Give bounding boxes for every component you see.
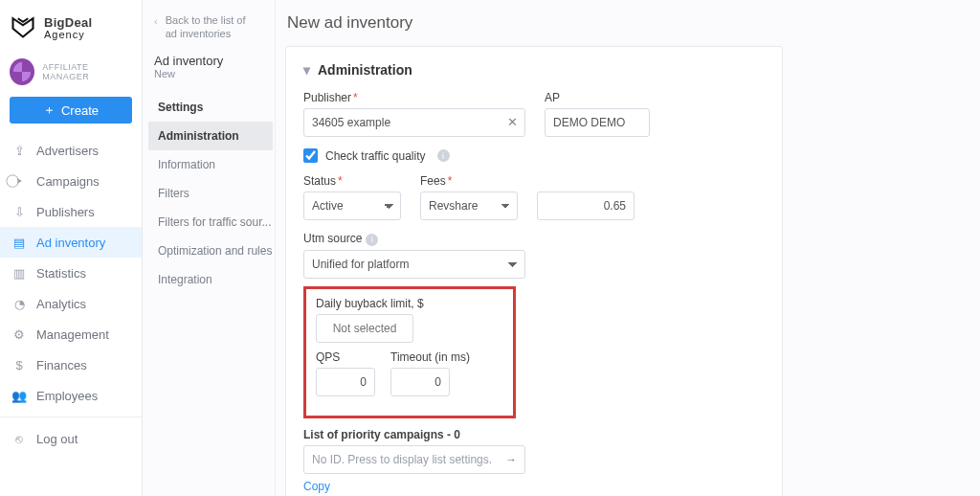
nav-label: Log out	[36, 432, 78, 446]
brand-subtitle: Agency	[44, 29, 93, 40]
divider	[0, 417, 142, 417]
publisher-input[interactable]	[303, 108, 525, 137]
employees-icon: 👥	[11, 389, 27, 403]
fees-select[interactable]: Revshare	[420, 192, 518, 220]
nav-publishers[interactable]: ⇩Publishers	[0, 196, 142, 227]
ap-label: AP	[545, 91, 650, 104]
fee-amount-label	[537, 174, 635, 188]
settings-sidebar: ‹ Back to the list ofad inventories Ad i…	[143, 0, 276, 496]
brand-logo: BigDeal Agency	[0, 0, 142, 51]
download-icon: ⇩	[11, 205, 27, 219]
role-label: AFFILIATE MANAGER	[42, 62, 132, 81]
nav-label: Ad inventory	[36, 236, 105, 250]
status-select[interactable]: Active	[303, 192, 401, 220]
nav-label: Finances	[36, 358, 87, 372]
create-label: Create	[61, 103, 99, 118]
logout-icon: ⎋	[11, 432, 27, 446]
settings-integration[interactable]: Integration	[148, 265, 273, 294]
check-traffic-checkbox[interactable]: Check traffic quality i	[303, 148, 765, 163]
status-label: Status*	[303, 174, 401, 188]
qps-label: QPS	[316, 350, 375, 364]
nav-label: Advertisers	[36, 144, 99, 158]
timeout-label: Timeout (in ms)	[390, 350, 470, 364]
settings-filters[interactable]: Filters	[148, 179, 273, 208]
settings-filters-traffic[interactable]: Filters for traffic sour...	[148, 208, 273, 237]
caret-down-icon: ▾	[303, 62, 310, 78]
breadcrumb-sub: New	[148, 68, 273, 93]
priority-label: List of priority campaigns - 0	[303, 428, 765, 441]
inventory-icon: ▤	[11, 236, 27, 250]
daily-limit-label: Daily buyback limit, $	[316, 297, 503, 310]
main-content: New ad inventory ▾ Administration Publis…	[276, 0, 980, 496]
settings-head: Settings	[148, 93, 273, 122]
plus-icon: ＋	[43, 101, 56, 119]
nav-finances[interactable]: $Finances	[0, 349, 142, 380]
role-avatar-icon	[10, 58, 34, 85]
nav-logout[interactable]: ⎋Log out	[0, 423, 142, 454]
nav-label: Analytics	[36, 297, 86, 311]
utm-label: Utm sourcei	[303, 232, 765, 246]
nav-label: Employees	[36, 389, 98, 403]
nav-employees[interactable]: 👥Employees	[0, 380, 142, 411]
breadcrumb-title: Ad inventory	[148, 54, 273, 68]
nav-advertisers[interactable]: ⇪Advertisers	[0, 135, 142, 166]
check-traffic-label: Check traffic quality	[325, 149, 426, 163]
nav-ad-inventory[interactable]: ▤Ad inventory	[0, 227, 142, 258]
info-icon[interactable]: i	[437, 149, 450, 162]
chevron-left-icon: ‹	[154, 14, 158, 40]
gear-icon: ⚙	[11, 327, 27, 342]
publisher-label: Publisher*	[303, 91, 525, 104]
logo-icon	[10, 13, 36, 43]
nav-label: Campaigns	[36, 174, 100, 189]
nav-statistics[interactable]: ▥Statistics	[0, 258, 142, 288]
utm-select[interactable]: Unified for platform	[303, 250, 525, 279]
qps-input[interactable]	[316, 368, 375, 396]
brand-name: BigDeal	[44, 16, 93, 29]
nav-label: Management	[36, 327, 109, 342]
daily-limit-input[interactable]	[316, 314, 413, 343]
check-traffic-input[interactable]	[303, 148, 318, 163]
fee-amount-input[interactable]	[537, 192, 635, 220]
nav-management[interactable]: ⚙Management	[0, 319, 142, 349]
nav-label: Publishers	[36, 205, 95, 219]
priority-copy-link[interactable]: Copy	[303, 480, 765, 493]
play-circle-icon: ⃝▸	[11, 173, 27, 189]
section-header[interactable]: ▾ Administration	[303, 62, 765, 78]
ap-input[interactable]	[545, 108, 650, 137]
analytics-icon: ◔	[11, 297, 27, 311]
fees-label: Fees*	[420, 174, 518, 188]
back-text: Back to the list ofad inventories	[166, 13, 246, 40]
highlight-box: Daily buyback limit, $ QPS Timeout (in m…	[303, 286, 516, 418]
info-icon[interactable]: i	[366, 234, 378, 246]
section-title: Administration	[318, 62, 412, 78]
upload-icon: ⇪	[11, 144, 27, 158]
role-block: AFFILIATE MANAGER	[0, 51, 142, 97]
priority-combo[interactable]: No ID. Press to display list settings. →	[303, 445, 525, 474]
settings-administration[interactable]: Administration	[148, 122, 273, 150]
nav-label: Statistics	[36, 266, 86, 281]
nav-analytics[interactable]: ◔Analytics	[0, 288, 142, 319]
arrow-right-icon: →	[505, 453, 517, 466]
clear-icon[interactable]: ✕	[507, 115, 518, 129]
form-card: ▾ Administration Publisher* ✕ AP	[285, 46, 783, 496]
nav-campaigns[interactable]: ⃝▸Campaigns	[0, 166, 142, 196]
bar-chart-icon: ▥	[11, 266, 27, 281]
page-title: New ad inventory	[285, 10, 980, 46]
create-button[interactable]: ＋ Create	[10, 97, 132, 124]
settings-information[interactable]: Information	[148, 150, 273, 179]
settings-optimization[interactable]: Optimization and rules	[148, 237, 273, 265]
back-link[interactable]: ‹ Back to the list ofad inventories	[148, 10, 273, 54]
priority-placeholder: No ID. Press to display list settings.	[312, 453, 492, 466]
dollar-icon: $	[11, 358, 27, 372]
main-sidebar: BigDeal Agency AFFILIATE MANAGER ＋ Creat…	[0, 0, 143, 496]
timeout-input[interactable]	[390, 368, 450, 396]
